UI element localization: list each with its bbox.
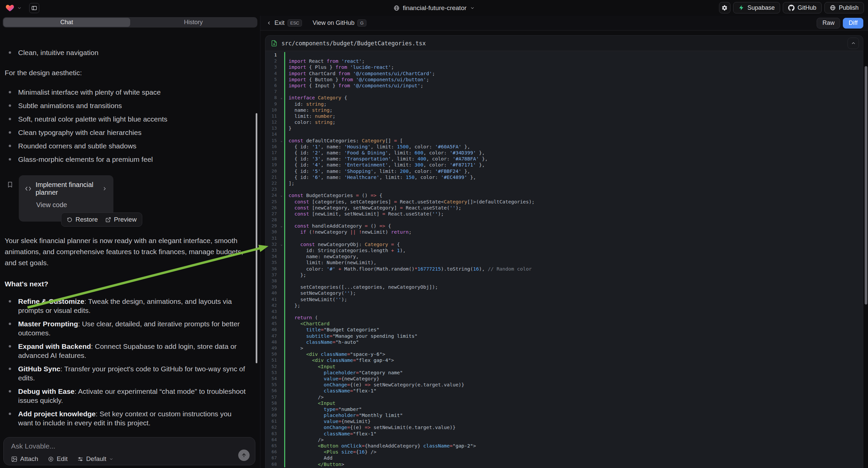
version-card-implement-financial-planner[interactable]: Implement financial planner View code Re… [19, 175, 114, 222]
raw-toggle-button[interactable]: Raw [817, 18, 840, 29]
fold-chevron-icon[interactable] [279, 131, 284, 137]
fold-chevron-icon[interactable] [279, 278, 284, 284]
preview-button[interactable]: Preview [105, 216, 137, 223]
fold-chevron-icon[interactable] [279, 260, 284, 266]
fold-chevron-icon[interactable] [279, 156, 284, 162]
fold-chevron-icon[interactable] [279, 382, 284, 388]
fold-chevron-icon[interactable] [279, 180, 284, 186]
lovable-logo-heart-icon[interactable] [5, 3, 14, 12]
fold-chevron-icon[interactable] [279, 418, 284, 425]
attach-button[interactable]: Attach [11, 455, 38, 463]
fold-chevron-icon[interactable] [279, 199, 284, 205]
fold-chevron-icon[interactable] [279, 125, 284, 131]
fold-chevron-icon[interactable] [279, 266, 284, 272]
fold-chevron-icon[interactable] [279, 254, 284, 260]
fold-chevron-icon[interactable] [279, 186, 284, 193]
chat-scrollbar-thumb[interactable] [256, 113, 257, 363]
fold-chevron-icon[interactable] [279, 211, 284, 217]
fold-chevron-icon[interactable]: ⌄ [279, 193, 284, 198]
fold-chevron-icon[interactable] [279, 437, 284, 443]
edit-button[interactable]: Edit [48, 455, 68, 463]
fold-chevron-icon[interactable] [279, 296, 284, 302]
fold-chevron-icon[interactable] [279, 290, 284, 296]
fold-chevron-icon[interactable] [279, 315, 284, 321]
chat-scroll-area[interactable]: Clean, intuitive navigation For the desi… [0, 44, 260, 436]
fold-chevron-icon[interactable] [279, 333, 284, 339]
fold-chevron-icon[interactable] [279, 150, 284, 156]
publish-button[interactable]: Publish [825, 2, 864, 13]
supabase-button[interactable]: Supabase [733, 2, 780, 13]
mode-selector[interactable]: Default [77, 455, 114, 463]
fold-chevron-icon[interactable] [279, 302, 284, 309]
fold-chevron-icon[interactable] [279, 357, 284, 363]
github-button[interactable]: GitHub [783, 2, 822, 13]
fold-chevron-icon[interactable] [279, 272, 284, 278]
fold-chevron-icon[interactable] [279, 144, 284, 150]
fold-chevron-icon[interactable] [279, 101, 284, 107]
project-switcher[interactable]: financial-future-creator [393, 4, 474, 12]
fold-chevron-icon[interactable] [279, 388, 284, 394]
fold-chevron-icon[interactable] [279, 168, 284, 174]
fold-chevron-icon[interactable] [279, 52, 284, 58]
view-on-github-button[interactable]: View on GitHub G [313, 20, 366, 27]
fold-chevron-icon[interactable] [279, 77, 284, 83]
fold-chevron-icon[interactable]: ⌄ [279, 223, 284, 229]
file-header-bar[interactable]: src/components/budget/BudgetCategories.t… [266, 36, 863, 51]
tab-history[interactable]: History [130, 18, 257, 27]
fold-chevron-icon[interactable] [279, 376, 284, 382]
collapse-file-button[interactable] [847, 38, 859, 49]
toggle-sidebar-button[interactable] [29, 3, 39, 13]
fold-chevron-icon[interactable] [279, 89, 284, 95]
chat-input[interactable] [11, 442, 248, 452]
fold-chevron-icon[interactable]: ⌄ [279, 241, 284, 247]
fold-chevron-icon[interactable] [279, 162, 284, 168]
fold-chevron-icon[interactable] [279, 449, 284, 455]
exit-button[interactable]: Exit esc [267, 20, 302, 27]
fold-chevron-icon[interactable] [279, 58, 284, 64]
code-scrollbar-thumb[interactable] [865, 66, 867, 304]
fold-chevron-icon[interactable] [279, 394, 284, 400]
chevron-right-icon[interactable] [102, 186, 107, 192]
fold-chevron-icon[interactable] [279, 345, 284, 351]
bookmark-icon[interactable] [7, 181, 13, 188]
fold-chevron-icon[interactable] [279, 321, 284, 327]
restore-button[interactable]: Restore [67, 216, 98, 223]
send-button[interactable] [238, 449, 250, 461]
diff-toggle-button[interactable]: Diff [843, 18, 863, 29]
fold-chevron-icon[interactable] [279, 247, 284, 254]
fold-chevron-icon[interactable] [279, 119, 284, 125]
fold-chevron-icon[interactable] [279, 217, 284, 223]
fold-chevron-icon[interactable] [279, 363, 284, 370]
settings-button[interactable] [719, 2, 731, 13]
fold-chevron-icon[interactable] [279, 113, 284, 119]
fold-chevron-icon[interactable] [279, 205, 284, 211]
fold-chevron-icon[interactable] [279, 425, 284, 430]
fold-chevron-icon[interactable] [279, 284, 284, 290]
view-code-link[interactable]: View code [36, 201, 107, 209]
fold-chevron-icon[interactable] [279, 431, 284, 437]
fold-chevron-icon[interactable] [279, 70, 284, 77]
tab-chat[interactable]: Chat [3, 18, 130, 27]
fold-chevron-icon[interactable] [279, 64, 284, 70]
fold-chevron-icon[interactable] [279, 370, 284, 376]
code-text: { id: '6', name: 'Healthcare', limit: 15… [284, 174, 863, 180]
fold-chevron-icon[interactable] [279, 107, 284, 113]
fold-chevron-icon[interactable] [279, 327, 284, 333]
fold-chevron-icon[interactable] [279, 229, 284, 235]
chevron-down-icon[interactable] [17, 6, 22, 10]
fold-chevron-icon[interactable] [279, 351, 284, 357]
fold-chevron-icon[interactable] [279, 339, 284, 345]
fold-chevron-icon[interactable] [279, 443, 284, 449]
fold-chevron-icon[interactable] [279, 406, 284, 412]
fold-chevron-icon[interactable] [279, 83, 284, 89]
fold-chevron-icon[interactable]: ⌄ [279, 138, 284, 144]
fold-chevron-icon[interactable] [279, 309, 284, 315]
fold-chevron-icon[interactable] [279, 455, 284, 461]
fold-chevron-icon[interactable] [279, 174, 284, 180]
fold-chevron-icon[interactable] [279, 461, 284, 467]
fold-chevron-icon[interactable]: ⌄ [279, 95, 284, 101]
fold-chevron-icon[interactable] [279, 235, 284, 241]
code-viewer[interactable]: 12import React from 'react';3import { Pl… [266, 51, 863, 468]
fold-chevron-icon[interactable] [279, 400, 284, 406]
fold-chevron-icon[interactable] [279, 412, 284, 418]
